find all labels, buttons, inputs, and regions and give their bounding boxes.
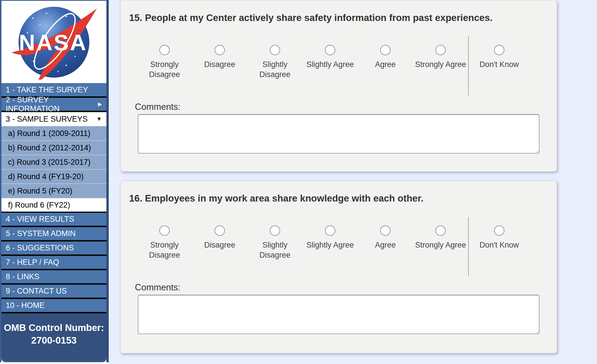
sidebar-item[interactable]: a) Round 1 (2009-2011) [1,127,106,141]
answer-option: Slightly Agree [303,37,358,95]
sidebar-item[interactable]: c) Round 3 (2015-2017) [1,155,106,170]
answer-radio[interactable] [159,225,170,236]
sidebar-item[interactable]: 8 - LINKS [1,270,106,285]
sidebar-item[interactable]: e) Round 5 (FY20) [1,184,106,198]
answer-radio[interactable] [215,45,225,55]
answer-option: Disagree [192,37,247,95]
answer-radio[interactable] [380,225,391,236]
dont-know-divider [468,217,469,276]
svg-text:NASA: NASA [19,30,87,55]
sidebar-item-label: d) Round 4 (FY19-20) [8,172,84,181]
answer-option: Disagree [192,217,247,276]
sidebar-item-label: 4 - VIEW RESULTS [6,215,74,224]
sidebar-item-label: a) Round 1 (2009-2011) [8,129,90,138]
answer-option: Strongly Disagree [137,217,192,276]
answer-label: Strongly Disagree [137,60,192,80]
answer-label: Don't Know [479,60,519,70]
sidebar-item-label: 2 - SURVEY INFORMATION [6,95,98,113]
nasa-survey-page: NASA 1 - TAKE THE SURVEY2 - SURVEY INFOR… [0,0,597,364]
answer-radio[interactable] [270,225,280,236]
question-title: 15. People at my Center actively share s… [129,12,493,23]
sidebar-item-label: 5 - SYSTEM ADMIN [6,229,76,238]
sidebar-item-label: 7 - HELP / FAQ [6,258,59,267]
answer-label: Disagree [204,60,235,70]
sidebar-item[interactable]: f) Round 6 (FY22) [1,198,106,213]
comments-textarea[interactable] [138,114,539,154]
omb-line1: OMB Control Number: [1,321,106,334]
answer-radio[interactable] [325,225,335,236]
answer-radio[interactable] [325,45,335,55]
sidebar-item-label: 6 - SUGGESTIONS [6,244,74,252]
sidebar-item[interactable]: 7 - HELP / FAQ [1,256,106,270]
answer-label: Agree [375,60,396,70]
answer-radio[interactable] [494,225,504,236]
sidebar-item-label: f) Round 6 (FY22) [8,201,70,210]
question-title: 16. Employees in my work area share know… [129,193,423,204]
dont-know-divider [468,37,469,95]
question-card-16: 16. Employees in my work area share know… [120,181,557,353]
answer-option: Slightly Disagree [247,37,303,95]
answer-radio[interactable] [494,45,504,55]
options-row: Strongly DisagreeDisagreeSlightly Disagr… [137,37,528,95]
comments-label: Comments: [135,102,180,112]
answer-label: Agree [375,240,396,250]
omb-control-number: OMB Control Number: 2700-0153 [1,313,106,362]
answer-radio[interactable] [435,45,446,55]
answer-label: Strongly Agree [415,60,466,70]
sidebar-item-label: 1 - TAKE THE SURVEY [6,85,88,94]
answer-label: Slightly Disagree [247,60,303,80]
answer-label: Slightly Agree [306,60,354,70]
answer-option: Don't Know [470,217,528,276]
nasa-meatball-icon: NASA [9,4,99,80]
answer-label: Slightly Disagree [247,240,303,260]
sidebar-item-label: c) Round 3 (2015-2017) [8,158,91,167]
answer-label: Slightly Agree [306,240,354,250]
answer-option: Strongly Agree [413,37,468,95]
answer-label: Strongly Agree [415,240,466,250]
answer-radio[interactable] [159,45,170,55]
sidebar-item[interactable]: 3 - SAMPLE SURVEYS▼ [1,112,106,127]
answer-label: Don't Know [479,240,519,250]
answer-option: Agree [358,217,413,276]
sidebar-item-label: e) Round 5 (FY20) [8,187,72,196]
answer-option: Don't Know [470,37,528,95]
sidebar-menu: 1 - TAKE THE SURVEY2 - SURVEY INFORMATIO… [1,83,106,313]
submenu-arrow-icon: ▶ [98,101,102,107]
sidebar-item-label: b) Round 2 (2012-2014) [8,143,91,152]
comments-label: Comments: [135,282,180,293]
sidebar-item-label: 8 - LINKS [6,272,39,281]
sidebar-inner: NASA 1 - TAKE THE SURVEY2 - SURVEY INFOR… [0,0,109,362]
sidebar-item-label: 9 - CONTACT US [6,287,67,296]
sidebar-item[interactable]: 5 - SYSTEM ADMIN [1,227,106,242]
sidebar-item[interactable]: 9 - CONTACT US [1,285,106,299]
answer-radio[interactable] [270,45,280,55]
nasa-logo: NASA [1,0,106,83]
sidebar-item[interactable]: b) Round 2 (2012-2014) [1,141,106,155]
answer-label: Disagree [204,240,235,250]
sidebar-item-label: 3 - SAMPLE SURVEYS [6,115,88,124]
sidebar-item[interactable]: 6 - SUGGESTIONS [1,242,106,256]
sidebar-item[interactable]: 2 - SURVEY INFORMATION▶ [1,98,106,112]
survey-content: 15. People at my Center actively share s… [120,0,557,364]
sidebar-item[interactable]: 4 - VIEW RESULTS [1,213,106,227]
answer-option: Strongly Disagree [137,37,192,95]
answer-option: Strongly Agree [413,217,468,276]
comments-textarea[interactable] [138,295,539,334]
answer-radio[interactable] [435,225,446,236]
answer-label: Strongly Disagree [137,240,192,260]
sidebar: NASA 1 - TAKE THE SURVEY2 - SURVEY INFOR… [0,0,109,364]
omb-line2: 2700-0153 [1,334,106,347]
answer-option: Slightly Agree [303,217,358,276]
sidebar-item-label: 10 - HOME [6,301,45,310]
dropdown-caret-icon: ▼ [96,116,102,122]
answer-option: Agree [358,37,413,95]
sidebar-item[interactable]: 10 - HOME [1,299,106,313]
answer-option: Slightly Disagree [247,217,303,276]
options-row: Strongly DisagreeDisagreeSlightly Disagr… [137,217,528,276]
answer-radio[interactable] [215,225,225,236]
answer-radio[interactable] [380,45,391,55]
question-card-15: 15. People at my Center actively share s… [120,0,557,172]
sidebar-item[interactable]: d) Round 4 (FY19-20) [1,170,106,184]
